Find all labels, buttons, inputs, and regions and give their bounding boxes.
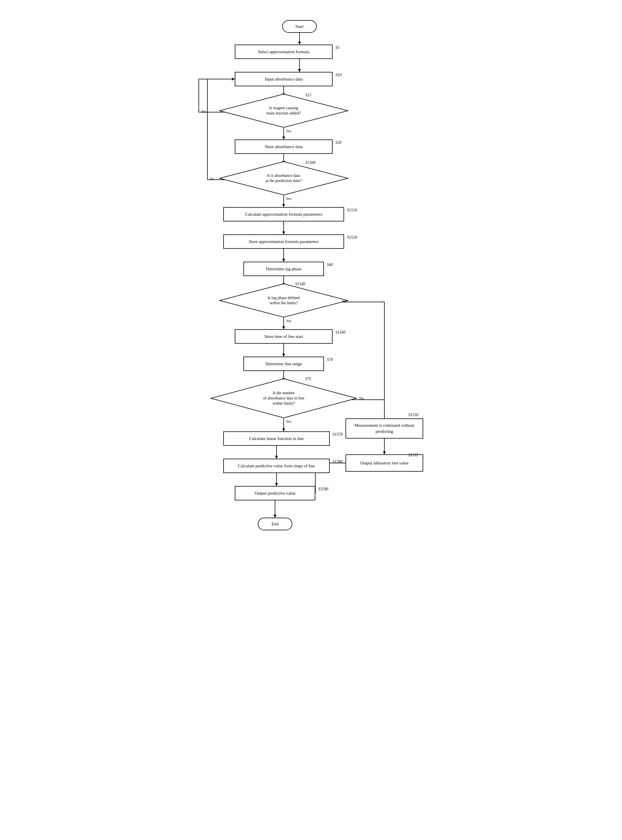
s5-tag-text: S5 <box>335 46 340 50</box>
s1590-box: Output predictive value <box>235 486 315 501</box>
start-node: Start <box>282 20 317 33</box>
s75-yes-label: Yes <box>286 419 291 424</box>
s1560-tag-text: S1560 <box>335 330 346 335</box>
s20-tag-text: S20 <box>335 140 341 145</box>
s1540-text: Is lag phase definedwithin the limits? <box>268 295 300 306</box>
s1555-tag: S1555 <box>408 453 418 458</box>
end-node: End <box>258 517 292 530</box>
s1555-label: Output laboratory test value <box>360 460 409 466</box>
s10-tag-text: S10 <box>335 73 341 77</box>
svg-marker-34 <box>282 354 285 357</box>
s1540-diamond: Is lag phase definedwithin the limits? <box>219 283 348 318</box>
s75-no-text: No <box>359 396 364 400</box>
s1520-tag: S1520 <box>347 235 357 240</box>
s70-tag: S70 <box>327 358 333 362</box>
svg-marker-43 <box>275 456 278 459</box>
s1520-tag-text: S1520 <box>347 235 357 240</box>
s1570-label: Calculate linear function in line <box>249 436 304 441</box>
s1580-tag-text: S1580 <box>332 460 343 464</box>
svg-marker-41 <box>282 429 285 431</box>
s1580-tag: S1580 <box>332 460 343 464</box>
s75-no-label: No <box>359 396 364 400</box>
svg-marker-32 <box>282 326 285 329</box>
s10-tag: S10 <box>335 73 341 78</box>
svg-marker-45 <box>275 483 278 486</box>
svg-marker-25 <box>282 259 285 262</box>
s1550-box: Measurement is continued without predict… <box>346 418 423 438</box>
s1510-tag-text: S1510 <box>347 208 357 212</box>
s1550-tag-text: S1550 <box>408 413 418 417</box>
s1555-tag-text: S1555 <box>408 453 418 457</box>
s1500-yes-text: Yes <box>286 196 291 201</box>
s15-tag: S15 <box>305 93 311 97</box>
end-label: End <box>271 522 279 527</box>
s1540-tag-text: S1540 <box>295 282 305 286</box>
s1590-tag-text: S1590 <box>318 487 328 491</box>
s1540-tag: S1540 <box>295 282 305 286</box>
s75-yes-text: Yes <box>286 419 291 424</box>
svg-marker-21 <box>282 204 285 207</box>
s15-no-label: No <box>202 109 206 114</box>
svg-marker-12 <box>232 78 235 81</box>
s10-box: Input absorbance data <box>235 72 332 86</box>
svg-marker-14 <box>282 137 285 140</box>
s15-tag-text: S15 <box>305 93 311 97</box>
s75-text: Is the numberof absorbance data in linew… <box>263 391 304 406</box>
svg-marker-47 <box>383 452 386 454</box>
s1580-label: Calculate predictive value from slope of… <box>238 464 315 469</box>
s1540-yes-text: Yes <box>286 319 291 323</box>
s1570-box: Calculate linear function in line <box>223 431 330 446</box>
s1500-tag-text: S1500 <box>305 160 315 165</box>
s70-label: Determine line range <box>265 362 302 366</box>
s1570-tag: S1570 <box>332 432 343 437</box>
s1500-tag: S1500 <box>305 160 315 165</box>
s75-tag-text: S75 <box>305 377 311 381</box>
s1500-text: Is it absorbance dataat the prediction t… <box>265 173 302 184</box>
s70-box: Determine line range <box>243 357 324 371</box>
s1540-no-text: No <box>342 299 347 303</box>
s75-tag: S75 <box>305 377 311 381</box>
s5-label: Select approximation formula <box>258 49 309 54</box>
s5-tag: S5 <box>335 46 340 50</box>
s40-tag: S40 <box>327 263 333 267</box>
s15-no-text: No <box>202 109 206 114</box>
s40-label: Determine lag phase <box>266 266 301 271</box>
s75-diamond: Is the numberof absorbance data in linew… <box>210 378 357 418</box>
s1510-label: Calculate approximation formula paramete… <box>245 212 323 217</box>
s40-tag-text: S40 <box>327 263 333 267</box>
s10-label: Input absorbance data <box>265 77 303 82</box>
s1520-box: Store approximation formula parameters <box>223 234 344 249</box>
start-label: Start <box>296 24 303 29</box>
s1570-tag-text: S1570 <box>332 432 343 437</box>
s40-box: Determine lag phase <box>243 262 324 276</box>
s1500-yes-label: Yes <box>286 196 291 201</box>
s1560-tag: S1560 <box>335 330 346 335</box>
svg-marker-53 <box>274 515 276 517</box>
s1580-box: Calculate predictive value from slope of… <box>223 459 330 473</box>
s15-text: Is reagent causingmain reaction added? <box>267 105 301 116</box>
s1550-label: Measurement is continued without predict… <box>349 422 419 435</box>
s20-tag: S20 <box>335 140 341 145</box>
s1500-diamond: Is it absorbance dataat the prediction t… <box>219 161 348 196</box>
s1590-tag: S1590 <box>318 487 328 492</box>
s15-yes-text: Yes <box>286 129 291 133</box>
s1540-yes-label: Yes <box>286 319 291 323</box>
s1550-tag: S1550 <box>408 413 418 417</box>
flowchart: Start Select approximation formula S5 In… <box>181 12 441 817</box>
s1590-label: Output predictive value <box>255 491 296 496</box>
svg-marker-23 <box>282 231 285 234</box>
s20-label: Store absorbance data <box>265 145 303 149</box>
s1560-box: Store time of line start <box>235 329 332 344</box>
s70-tag-text: S70 <box>327 358 333 362</box>
s1510-box: Calculate approximation formula paramete… <box>223 207 344 221</box>
s1510-tag: S1510 <box>347 208 357 213</box>
s1500-no-label: No <box>210 177 214 181</box>
s5-box: Select approximation formula <box>235 44 332 59</box>
s20-box: Store absorbance data <box>235 140 332 154</box>
s15-diamond: Is reagent causingmain reaction added? <box>219 93 348 128</box>
svg-marker-1 <box>298 42 301 44</box>
s15-yes-label: Yes <box>286 129 291 134</box>
s1520-label: Store approximation formula parameters <box>248 239 319 244</box>
s1540-no-label: No <box>342 299 347 304</box>
s1560-label: Store time of line start <box>264 334 303 339</box>
